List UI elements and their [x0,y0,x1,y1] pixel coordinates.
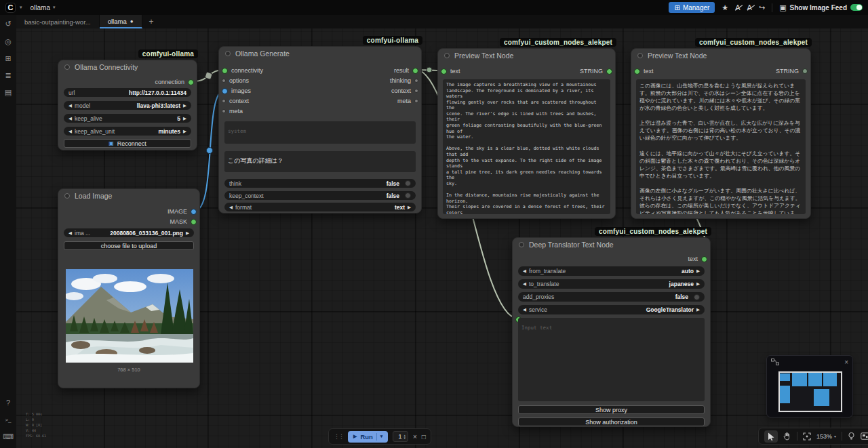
widget-service[interactable]: ◀ service GoogleTranslator ▶ [518,305,705,314]
combo-left-icon[interactable]: ◀ [523,268,526,274]
widget-keep-alive[interactable]: ◀ keep_alive 5 ▶ [64,114,191,123]
combo-left-icon[interactable]: ◀ [68,116,72,121]
port-dot-icon[interactable] [634,68,640,75]
combo-right-icon[interactable]: ▶ [186,230,189,236]
favorites-star-icon[interactable]: ★ [722,3,728,12]
combo-left-icon[interactable]: ◀ [523,307,526,312]
combo-right-icon[interactable]: ▶ [696,268,700,274]
minimap-links-icon[interactable] [771,359,779,365]
output-context[interactable]: context [391,86,418,96]
port-dot-icon[interactable] [222,109,226,113]
collapse-dot-icon[interactable] [444,53,450,58]
minimap-panel[interactable]: × [766,355,853,418]
font-toggle-icon-2[interactable]: A [747,3,752,12]
output-thinking[interactable]: thinking [390,76,418,85]
combo-left-icon[interactable]: ◀ [68,129,72,134]
share-icon[interactable]: ↪ [759,3,765,12]
image-feed-toggle[interactable] [850,4,863,11]
combo-right-icon[interactable]: ▶ [696,307,700,312]
node-library-icon[interactable]: ⊞ [0,51,16,66]
combo-right-icon[interactable]: ▶ [183,129,186,134]
node-title-bar[interactable]: Preview Text Node [631,49,810,62]
widget-think[interactable]: think false [224,179,416,188]
combo-right-icon[interactable]: ▶ [408,205,411,210]
port-dot-icon[interactable] [222,79,226,83]
terminal-icon[interactable]: >_ [0,412,16,427]
combo-left-icon[interactable]: ◀ [68,103,72,108]
comfyui-logo[interactable]: C [5,3,16,13]
toggle-knob-icon[interactable] [694,294,700,300]
node-load-image[interactable]: Load Image IMAGE MASK ◀ ima ... 20080806… [58,188,200,388]
output-connection[interactable]: connection [155,77,194,87]
manager-button[interactable]: ⊞ Manager [669,2,715,13]
combo-right-icon[interactable]: ▶ [183,116,186,121]
workflows-icon[interactable]: ▤ [0,85,16,100]
input-connectivity[interactable]: connectivity [222,66,263,75]
port-dot-icon[interactable] [414,79,418,83]
minimap-viewport[interactable] [778,371,842,412]
port-dot-icon[interactable] [191,209,197,215]
port-dot-icon[interactable] [441,68,447,75]
port-dot-icon[interactable] [414,99,418,103]
node-deep-translator[interactable]: comfyui_custom_nodes_alekpet Deep Transl… [512,237,711,427]
port-dot-icon[interactable] [222,68,228,74]
output-string[interactable]: STRING [776,66,808,76]
stop-icon[interactable]: □ [422,433,426,441]
tab-ollama[interactable]: ollama ● [100,15,142,28]
node-title-bar[interactable]: Ollama Generate [219,47,421,60]
input-images[interactable]: images [222,86,251,96]
toggle-link-visibility-button[interactable] [848,432,855,441]
input-context[interactable]: context [222,96,249,106]
port-dot-icon[interactable] [222,88,228,94]
minimap-toggle-button[interactable] [861,432,868,440]
zoom-level-dropdown[interactable]: 153% ▾ [816,433,836,440]
logo-chevron-icon[interactable]: ▾ [20,5,22,10]
node-title-bar[interactable]: Deep Translator Text Node [513,238,710,251]
port-dot-icon[interactable] [412,68,418,74]
output-text[interactable]: text [688,254,707,264]
preview-text-content[interactable]: この画像には、山岳地帯の息を呑むような風景が捉えられています。前景の大部分は川で… [636,79,806,214]
batch-count-stepper[interactable]: 1 ▴ ▾ [393,431,408,442]
help-icon[interactable]: ? [0,395,16,410]
workflow-menu[interactable]: ollama ▾ [31,4,56,12]
choose-file-button[interactable]: choose file to upload [64,241,194,250]
input-meta[interactable]: meta [222,106,243,116]
collapse-dot-icon[interactable] [637,53,643,58]
widget-from-translate[interactable]: ◀ from_translate auto ▶ [518,266,705,276]
collapse-dot-icon[interactable] [64,64,70,70]
system-textarea[interactable]: system [224,121,416,144]
port-dot-icon[interactable] [802,68,808,74]
input-text[interactable]: text [441,66,460,76]
show-image-feed-control[interactable]: ▣ Show Image Feed [772,3,863,12]
port-dot-icon[interactable] [188,79,194,85]
collapse-dot-icon[interactable] [64,193,70,199]
output-meta[interactable]: meta [397,96,418,106]
collapse-dot-icon[interactable] [519,242,524,247]
toggle-knob-icon[interactable] [405,180,411,186]
collapse-dot-icon[interactable] [225,51,231,56]
widget-model[interactable]: ◀ model llava-phi3:latest ▶ [64,101,191,110]
minimap-close-icon[interactable]: × [844,359,848,366]
output-image[interactable]: IMAGE [167,207,197,216]
port-dot-icon[interactable] [191,219,197,225]
widget-url[interactable]: url http://127.0.0.1:11434 [64,88,191,97]
new-tab-button[interactable]: + [142,15,161,28]
output-mask[interactable]: MASK [170,217,197,226]
model-library-icon[interactable]: ≣ [0,68,16,83]
select-tool-button[interactable] [764,430,778,443]
preview-text-content[interactable]: The image captures a breathtaking view o… [443,79,610,214]
input-text[interactable]: text [634,66,654,76]
history-icon[interactable]: ↺ [0,16,16,31]
port-dot-icon[interactable] [222,99,226,103]
widget-keep-context[interactable]: keep_context false [224,191,416,200]
port-dot-icon[interactable] [606,68,612,75]
node-title-bar[interactable]: Preview Text Node [438,49,615,62]
count-down-icon[interactable]: ▾ [403,436,406,440]
node-preview-text-2[interactable]: comfyui_custom_nodes_alekpet Preview Tex… [631,48,811,219]
output-result[interactable]: result [394,66,418,75]
run-options-chevron-icon[interactable]: ▾ [380,434,383,439]
queue-icon[interactable]: ◎ [0,34,16,49]
keyboard-shortcuts-icon[interactable]: ⌨ [0,429,16,444]
pan-tool-button[interactable] [783,432,791,441]
prompt-textarea[interactable]: この写真の詳細は？ [224,151,416,172]
